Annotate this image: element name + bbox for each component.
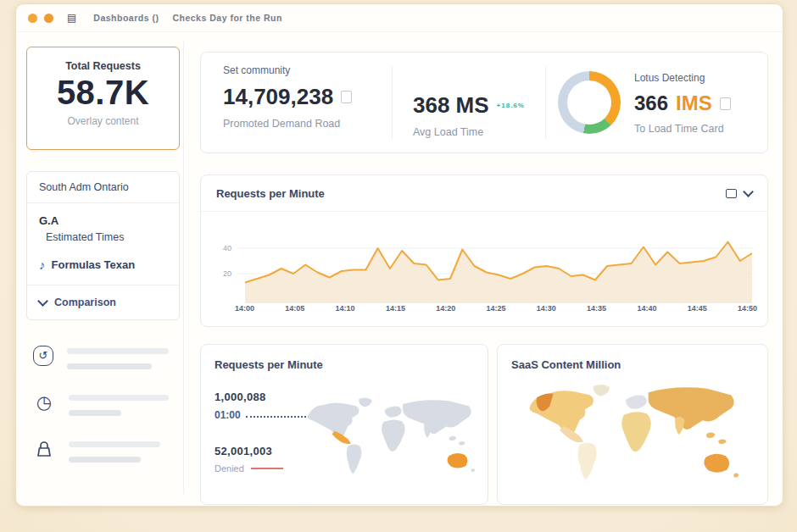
- y-tick-label: 20: [223, 269, 231, 278]
- requests-world-map: [301, 387, 481, 494]
- window-control-dot[interactable]: [44, 14, 53, 23]
- map-stat-value: 1,000,088: [215, 391, 309, 403]
- stat-detect-header: Lotus Detecting: [634, 72, 731, 84]
- trend-badge: +18.6%: [497, 102, 525, 109]
- map-stat-label[interactable]: 01:00: [215, 409, 241, 421]
- filter-card: South Adm Ontario G.A Estimated Times ♪ …: [26, 171, 180, 320]
- breadcrumb-current[interactable]: Checks Day for the Run: [172, 13, 281, 23]
- skeleton-list: ↺ ◷: [26, 346, 180, 463]
- list-item: ↺: [33, 346, 180, 369]
- y-tick-label: 40: [223, 244, 231, 252]
- skeleton-bar: [69, 395, 169, 401]
- lock-icon: [33, 439, 55, 461]
- skeleton-bar: [67, 363, 152, 369]
- history-icon: ↺: [33, 346, 53, 366]
- red-trend-line: [251, 468, 283, 469]
- map-card-title: Requests per Minute: [215, 358, 474, 371]
- expand-icon[interactable]: [726, 189, 737, 198]
- skeleton-bar: [69, 441, 160, 447]
- chart-title: Requests per Minute: [216, 187, 325, 200]
- menu-icon[interactable]: ▤: [67, 12, 76, 24]
- stat-detect: Lotus Detecting 366 IMS To Load Time Car…: [546, 53, 767, 152]
- list-item: [33, 439, 180, 463]
- detect-donut: [558, 71, 621, 134]
- total-requests-title: Total Requests: [27, 60, 179, 72]
- x-tick-label: 14:35: [587, 304, 606, 313]
- chevron-down-icon[interactable]: [743, 186, 754, 197]
- summary-stats-card: Set community 14,709,238 Promoted Demand…: [200, 52, 768, 153]
- stat-load-time: 368 MS +18.6% Avg Load Time: [393, 53, 545, 152]
- saas-world-map: [508, 379, 759, 497]
- skeleton-bar: [69, 457, 141, 463]
- filter-sorted-label: Formulas Texan: [52, 258, 136, 271]
- breadcrumb-dashboards[interactable]: Dashboards (): [93, 13, 159, 23]
- x-tick-label: 14:05: [285, 304, 304, 313]
- x-tick-label: 14:30: [537, 304, 556, 313]
- x-tick-label: 14:50: [738, 304, 757, 313]
- total-requests-subtitle: Overlay content: [27, 115, 179, 127]
- stat-load-time-value: 368 MS: [413, 92, 489, 119]
- x-axis-labels: 14:0014:0514:1014:1514:2014:2514:3014:35…: [201, 303, 767, 313]
- map-stat-value: 52,001,003: [215, 445, 309, 457]
- x-tick-label: 14:45: [688, 304, 707, 313]
- x-tick-label: 14:20: [436, 304, 455, 313]
- map-card-title: SaaS Content Million: [511, 358, 754, 371]
- window-control-dot[interactable]: [28, 14, 37, 23]
- filter-sorted-item[interactable]: ♪ Formulas Texan: [39, 258, 167, 272]
- filter-footer-item[interactable]: Comparison: [27, 285, 179, 319]
- skeleton-bar: [67, 348, 169, 354]
- skeleton-bar: [69, 410, 121, 416]
- chevron-down-icon: [37, 296, 48, 307]
- map-stat-label: Denied: [215, 463, 244, 474]
- stat-detect-value: 366: [634, 91, 668, 115]
- x-tick-label: 14:25: [486, 304, 505, 313]
- requests-map-card: Requests per Minute 1,000,088 01:00 52,0…: [200, 344, 488, 505]
- x-tick-label: 14:00: [235, 304, 254, 313]
- copy-icon[interactable]: [341, 91, 352, 103]
- requests-chart-card: Requests per Minute 4020 14:0014:0514:10…: [200, 175, 768, 327]
- sidebar-divider: [183, 42, 184, 494]
- dotted-leader: [246, 415, 309, 418]
- x-tick-label: 14:15: [386, 304, 405, 313]
- x-tick-label: 14:40: [637, 304, 656, 313]
- map-stats: 1,000,088 01:00 52,001,003 Denied: [215, 391, 309, 474]
- sidebar: Total Requests 58.7K Overlay content Sou…: [26, 47, 180, 485]
- titlebar: ▤ Dashboards () Checks Day for the Run: [16, 4, 783, 32]
- stat-detect-unit: IMS: [676, 91, 712, 115]
- filter-card-header: South Adm Ontario: [27, 172, 179, 203]
- filter-group-sub[interactable]: Estimated Times: [46, 231, 167, 243]
- clock-icon: ◷: [33, 392, 55, 414]
- copy-icon[interactable]: [720, 97, 731, 110]
- stat-detect-subtitle: To Load Time Card: [634, 123, 731, 135]
- chart-area-fill: [245, 242, 752, 304]
- total-requests-card: Total Requests 58.7K Overlay content: [26, 47, 180, 150]
- filter-group-label: G.A: [39, 214, 167, 227]
- stat-requests-value: 14,709,238: [223, 84, 333, 110]
- stat-load-time-subtitle: Avg Load Time: [413, 126, 545, 138]
- stat-requests-subtitle: Promoted Demand Road: [223, 118, 392, 130]
- app-window: ▤ Dashboards () Checks Day for the Run T…: [15, 3, 783, 507]
- saas-map-card: SaaS Content Million: [497, 344, 768, 505]
- total-requests-value: 58.7K: [27, 74, 179, 112]
- x-tick-label: 14:10: [336, 304, 355, 313]
- note-icon: ♪: [39, 258, 46, 272]
- list-item: ◷: [33, 392, 180, 416]
- stat-requests: Set community 14,709,238 Promoted Demand…: [201, 53, 392, 152]
- requests-line-chart: 4020: [201, 219, 769, 303]
- filter-footer-label: Comparison: [54, 296, 116, 308]
- stat-requests-header: Set community: [223, 64, 392, 76]
